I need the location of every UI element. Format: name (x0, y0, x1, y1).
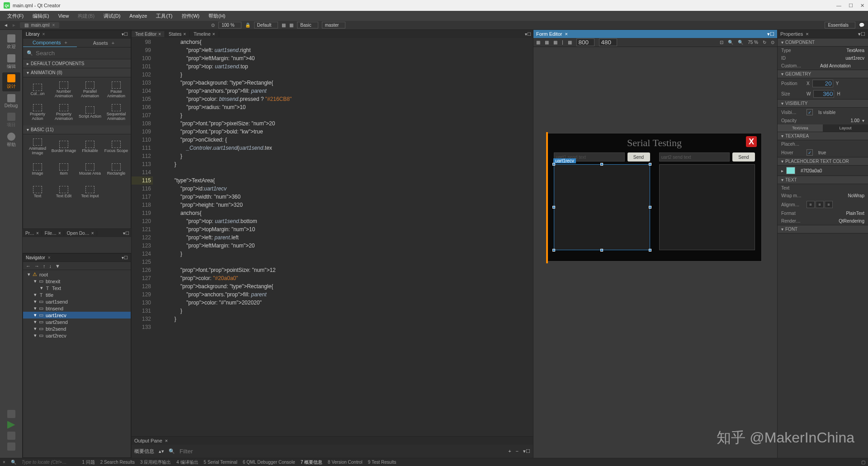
component-item[interactable]: Focus Scope (104, 136, 129, 158)
forward-icon[interactable]: ► (12, 23, 16, 28)
out-icon[interactable]: ▴▾ (159, 448, 164, 454)
panel-opts-icon[interactable]: ▾☐ (122, 32, 128, 37)
debug-run-icon[interactable] (7, 432, 15, 440)
component-item[interactable]: Parallel Animation (77, 79, 103, 101)
plus-icon[interactable]: + (112, 40, 114, 46)
section-font[interactable]: ▾ FONT (778, 225, 868, 233)
section-animation[interactable]: ▾ ANIMATION (8) (23, 68, 131, 77)
snap-icon[interactable]: ▦ (545, 40, 549, 45)
uart1-send-button[interactable]: Send (627, 152, 650, 162)
component-item[interactable]: Rectangle (104, 159, 129, 181)
panel-opts-icon[interactable]: ▾☐ (121, 231, 131, 236)
nav-item[interactable]: ▾▭btnexit (23, 278, 131, 285)
tab-states[interactable]: States× (165, 31, 190, 37)
menu-debug[interactable]: 调试(D) (100, 12, 124, 20)
status-tab[interactable]: 9 Test Results (368, 459, 396, 466)
run-icon[interactable] (7, 421, 15, 429)
plus-icon[interactable]: + (64, 40, 67, 45)
nav-item[interactable]: ▾▭uart2send (23, 319, 131, 325)
nav-item[interactable]: ▾⚠root (23, 271, 131, 278)
component-item[interactable]: Border Image (51, 136, 76, 158)
component-item[interactable]: Animated Image (25, 136, 50, 158)
close-icon[interactable]: × (565, 31, 567, 37)
zoom-icon[interactable]: ⊡ (720, 40, 723, 45)
chevron-down-icon[interactable]: ▾ (862, 118, 864, 123)
snap-icon[interactable]: ▦ (536, 40, 540, 45)
nav-fwd-icon[interactable]: → (34, 263, 39, 269)
close-icon[interactable]: × (806, 31, 808, 37)
component-item[interactable]: Flickable (77, 136, 103, 158)
color-swatch[interactable] (786, 167, 795, 174)
add-annotation-button[interactable]: Add Annotation (807, 63, 864, 68)
form-editor-tab[interactable]: Form Editor×▾☐ (533, 30, 777, 38)
panel-opts-icon[interactable]: ▾☐ (858, 31, 865, 37)
tab-pr[interactable]: Pr…× (23, 231, 42, 236)
status-icon[interactable]: ▢ (861, 460, 865, 465)
status-tab[interactable]: 7 概要信息 (301, 459, 322, 466)
anchor-icon[interactable]: ▦ (568, 40, 572, 45)
menu-file[interactable]: 文件(F) (4, 12, 27, 20)
tab-file[interactable]: File…× (42, 231, 64, 236)
nav-up-icon[interactable]: ↑ (43, 263, 46, 269)
tab-opendoc[interactable]: Open Do…× (64, 231, 97, 236)
snap-icon[interactable]: ▦ (553, 40, 557, 45)
close-icon[interactable]: × (42, 32, 45, 37)
root-width-input[interactable] (576, 38, 594, 46)
tab-components[interactable]: Components+ (23, 38, 77, 47)
component-item[interactable]: Number Animation (51, 79, 76, 101)
window-controls[interactable]: — ☐ ✕ (836, 3, 864, 9)
tab-layout[interactable]: Layout (823, 124, 868, 132)
uart2-recv-area[interactable] (659, 164, 755, 250)
wrap-combo[interactable]: NoWrap (807, 193, 864, 198)
lock-icon[interactable]: 🔒 (245, 23, 250, 28)
status-tab[interactable]: 3 应用程序输出 (140, 459, 171, 466)
output-subtab[interactable]: 概要信息 (134, 448, 154, 455)
status-tab[interactable]: 1 问题 (82, 459, 94, 466)
library-search-input[interactable] (36, 50, 127, 57)
zoom-combo[interactable]: 100 % (218, 22, 241, 29)
section-default[interactable]: ▸ DEFAULT COMPONENTS (23, 59, 131, 68)
minus-icon[interactable]: − (516, 448, 519, 454)
close-icon[interactable]: ✕ (860, 3, 864, 9)
section-geometry[interactable]: ▾ GEOMETRY (778, 70, 868, 78)
file-tab[interactable]: ▤ main.qml × (20, 22, 59, 28)
toolbar-icon[interactable]: ▦ (282, 23, 286, 28)
plus-icon[interactable]: + (508, 448, 511, 454)
prop-w-input[interactable] (813, 90, 834, 98)
panel-opts-icon[interactable]: ▾☐ (767, 31, 774, 37)
component-item[interactable]: Mouse Area (77, 159, 103, 181)
panel-opts-icon[interactable]: ▾☐ (122, 255, 128, 260)
minimize-icon[interactable]: — (836, 3, 841, 9)
menu-tools[interactable]: 工具(T) (152, 12, 176, 20)
section-visibility[interactable]: ▾ VISIBILITY (778, 99, 868, 108)
component-item[interactable]: Col...on (25, 79, 50, 101)
status-tab[interactable]: 2 Search Results (100, 459, 135, 466)
component-item[interactable]: Image (25, 159, 50, 181)
section-textarea[interactable]: ▾ TEXTAREA (778, 132, 868, 140)
nav-item[interactable]: ▾▭uart1send (23, 298, 131, 305)
branch-combo[interactable]: master (322, 22, 346, 29)
close-icon[interactable]: × (165, 438, 168, 443)
menu-view[interactable]: View (55, 12, 73, 19)
tab-assets[interactable]: Assets+ (77, 38, 131, 47)
prop-x-input[interactable] (812, 80, 833, 87)
output-filter-input[interactable] (179, 448, 256, 455)
component-item[interactable]: Item (51, 159, 76, 181)
mode-debug[interactable]: Debug (2, 92, 20, 110)
menu-widgets[interactable]: 控件(W) (178, 12, 203, 20)
style-combo[interactable]: Basic (297, 22, 318, 29)
reset-icon[interactable]: ⊙ (771, 40, 774, 45)
pcolor-value[interactable]: #7f20a0a0 (801, 168, 864, 173)
tab-textarea[interactable]: TextArea (778, 124, 823, 132)
menu-analyze[interactable]: Analyze (126, 12, 151, 19)
status-tab[interactable]: 6 QML Debugger Console (243, 459, 295, 466)
zoom-reset-icon[interactable]: ⊙ (211, 23, 215, 28)
layout-combo[interactable]: Essentials (825, 22, 855, 29)
locator-input[interactable]: Type to locate (Ctrl+… (22, 460, 67, 465)
filter-icon[interactable]: ▼ (55, 263, 60, 269)
monitor-icon[interactable] (7, 410, 15, 418)
nav-item[interactable]: ▾▭btn2send (23, 325, 131, 332)
menu-build[interactable]: 构建(B) (74, 12, 98, 20)
status-tab[interactable]: 8 Version Control (328, 459, 363, 466)
toolbar-icon[interactable]: ▦ (289, 23, 293, 28)
